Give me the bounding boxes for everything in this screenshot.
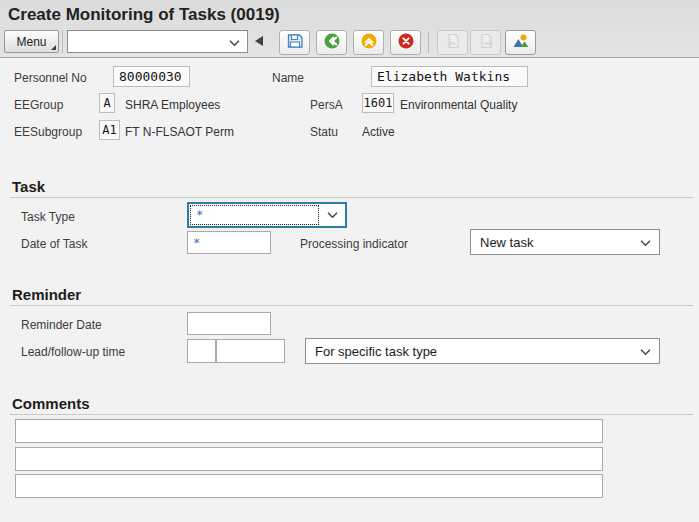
create-document-button xyxy=(470,30,501,55)
name-field[interactable]: Elizabeth Watkins xyxy=(371,66,528,87)
persa-code-value: 1601 xyxy=(364,96,393,110)
status-label: Statu xyxy=(310,125,338,139)
create-monitoring-of-tasks-window: Create Monitoring of Tasks (0019) Menu xyxy=(0,0,699,522)
eesubgroup-code-field[interactable]: A1 xyxy=(99,120,120,140)
back-icon xyxy=(323,32,341,54)
comment-line-3-input[interactable] xyxy=(15,474,603,498)
eesubgroup-text: FT N-FLSAOT Perm xyxy=(125,125,234,139)
menu-corner-triangle-icon xyxy=(51,45,56,50)
exit-button[interactable] xyxy=(353,30,384,55)
chevron-down-icon xyxy=(640,235,651,250)
chevron-down-icon xyxy=(319,204,345,226)
date-of-task-input[interactable] xyxy=(187,231,271,254)
task-section-heading: Task xyxy=(12,178,45,195)
header: Create Monitoring of Tasks (0019) Menu xyxy=(0,0,699,58)
chevron-down-icon[interactable] xyxy=(229,33,240,51)
processing-indicator-value: New task xyxy=(480,235,533,250)
date-of-task-label: Date of Task xyxy=(21,237,87,251)
eesubgroup-label: EESubgroup xyxy=(14,125,82,139)
reminder-section-heading: Reminder xyxy=(12,286,81,303)
print-preview-icon xyxy=(444,32,462,54)
reminder-date-input[interactable] xyxy=(187,312,271,335)
persa-code-field[interactable]: 1601 xyxy=(362,93,394,113)
status-text: Active xyxy=(362,125,395,139)
chevron-down-icon xyxy=(640,344,651,359)
eegroup-code-value: A xyxy=(103,96,110,110)
comments-section-rule xyxy=(10,414,693,415)
command-field[interactable] xyxy=(67,30,248,53)
task-type-label: Task Type xyxy=(21,210,75,224)
comment-line-1-input[interactable] xyxy=(15,419,603,443)
lead-time-number-input[interactable] xyxy=(187,339,216,363)
lead-time-unit-input[interactable] xyxy=(216,339,285,363)
name-value: Elizabeth Watkins xyxy=(377,69,510,84)
services-for-object-icon xyxy=(512,32,530,54)
eesubgroup-code-value: A1 xyxy=(102,123,116,137)
collapse-left-icon[interactable] xyxy=(255,36,263,46)
eegroup-label: EEGroup xyxy=(14,98,63,112)
processing-indicator-select[interactable]: New task xyxy=(470,229,660,255)
eegroup-code-field[interactable]: A xyxy=(99,93,115,113)
cancel-button[interactable] xyxy=(390,30,421,55)
reminder-date-label: Reminder Date xyxy=(21,318,102,332)
task-section-rule xyxy=(10,197,693,198)
lead-time-scope-value: For specific task type xyxy=(315,344,437,359)
persa-label: PersA xyxy=(310,98,343,112)
comments-section-heading: Comments xyxy=(12,395,90,412)
personnel-no-label: Personnel No xyxy=(14,71,87,85)
exit-icon xyxy=(360,32,378,54)
personnel-no-field[interactable]: 80000030 xyxy=(113,66,190,87)
menu-button[interactable]: Menu xyxy=(4,30,59,53)
save-button[interactable] xyxy=(279,30,310,55)
lead-time-label: Lead/follow-up time xyxy=(21,345,125,359)
lead-time-scope-select[interactable]: For specific task type xyxy=(305,338,660,364)
task-type-value: * xyxy=(190,205,319,225)
comment-line-2-input[interactable] xyxy=(15,447,603,471)
menu-button-label: Menu xyxy=(16,35,46,49)
services-for-object-button[interactable] xyxy=(505,30,536,55)
print-preview-button xyxy=(437,30,468,55)
reminder-section-rule xyxy=(10,305,693,306)
back-button[interactable] xyxy=(316,30,347,55)
toolbar-separator xyxy=(428,32,429,53)
task-type-select[interactable]: * xyxy=(187,202,347,228)
cancel-icon xyxy=(397,32,415,54)
create-document-icon xyxy=(477,32,495,54)
eegroup-text: SHRA Employees xyxy=(125,98,220,112)
processing-indicator-label: Processing indicator xyxy=(300,237,408,251)
toolbar-separator xyxy=(62,30,63,53)
persa-text: Environmental Quality xyxy=(400,98,517,112)
save-icon xyxy=(286,32,304,54)
name-label: Name xyxy=(272,71,304,85)
page-title: Create Monitoring of Tasks (0019) xyxy=(8,5,280,25)
personnel-no-value: 80000030 xyxy=(119,69,182,84)
